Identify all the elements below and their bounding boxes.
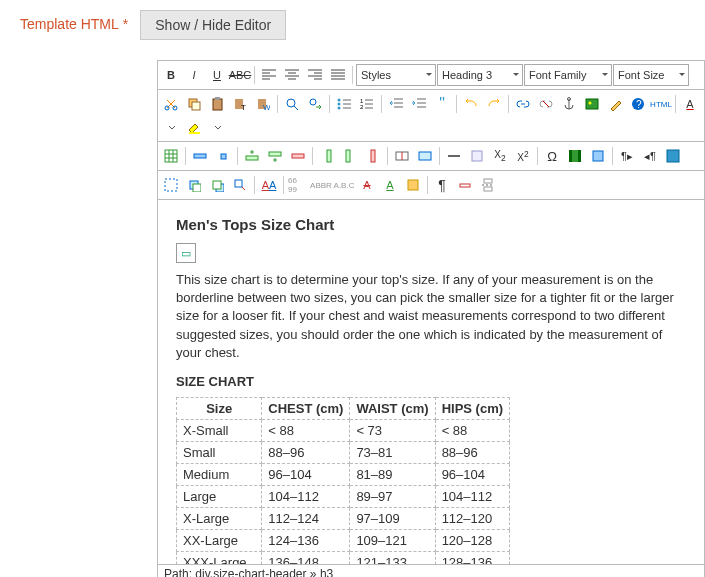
remove-format-icon[interactable] xyxy=(466,145,488,167)
row-delete-icon[interactable] xyxy=(287,145,309,167)
media-icon[interactable] xyxy=(564,145,586,167)
table-header: Size xyxy=(177,397,262,419)
help-icon[interactable]: ? xyxy=(627,93,649,115)
font-size-select[interactable]: Font Size xyxy=(613,64,689,86)
svg-point-1 xyxy=(173,106,177,110)
ins-icon[interactable]: A xyxy=(379,174,401,196)
svg-text:W: W xyxy=(263,103,270,111)
svg-point-11 xyxy=(310,99,316,105)
row-props-icon[interactable] xyxy=(189,145,211,167)
forecolor-arrow-icon[interactable] xyxy=(160,116,182,138)
sup-icon[interactable]: X2 xyxy=(512,145,534,167)
svg-text:T: T xyxy=(241,103,246,111)
del-icon[interactable]: A xyxy=(356,174,378,196)
html-icon[interactable]: HTML xyxy=(650,93,672,115)
col-before-icon[interactable] xyxy=(316,145,338,167)
svg-text:2: 2 xyxy=(360,104,364,110)
svg-rect-24 xyxy=(194,154,206,158)
backcolor-arrow-icon[interactable] xyxy=(206,116,228,138)
paste-word-icon[interactable]: W xyxy=(252,93,274,115)
visualchars-icon[interactable]: ¶ xyxy=(431,174,453,196)
align-center-icon[interactable] xyxy=(281,64,303,86)
blockquote-icon[interactable]: " xyxy=(431,93,453,115)
font-family-select[interactable]: Font Family xyxy=(524,64,612,86)
col-delete-icon[interactable] xyxy=(362,145,384,167)
outdent-icon[interactable] xyxy=(385,93,407,115)
sub-icon[interactable]: X2 xyxy=(489,145,511,167)
underline-icon[interactable]: U xyxy=(206,64,228,86)
svg-point-14 xyxy=(338,107,341,110)
attribs-icon[interactable] xyxy=(402,174,424,196)
copy-icon[interactable] xyxy=(183,93,205,115)
editor-path[interactable]: Path: div.size-chart-header » h3 xyxy=(157,565,705,577)
table-row: Medium96–10481–8996–104 xyxy=(177,463,510,485)
styleprops-icon[interactable]: AA xyxy=(258,174,280,196)
acronym-icon[interactable]: A.B.C xyxy=(333,174,355,196)
cut-icon[interactable] xyxy=(160,93,182,115)
nbsp-icon[interactable] xyxy=(454,174,476,196)
align-left-icon[interactable] xyxy=(258,64,280,86)
show-hide-editor-button[interactable]: Show / Hide Editor xyxy=(140,10,286,40)
row-before-icon[interactable] xyxy=(241,145,263,167)
svg-text:1: 1 xyxy=(360,98,364,104)
svg-rect-45 xyxy=(213,181,221,189)
broken-image-icon: ▭ xyxy=(176,243,196,263)
table-row: X-Small< 88< 73< 88 xyxy=(177,419,510,441)
image-icon[interactable] xyxy=(581,93,603,115)
layer-abs-icon[interactable] xyxy=(229,174,251,196)
split-cells-icon[interactable] xyxy=(391,145,413,167)
forecolor-icon[interactable]: A xyxy=(679,93,701,115)
svg-rect-32 xyxy=(396,152,408,160)
charmap-icon[interactable]: Ω xyxy=(541,145,563,167)
layer-forward-icon[interactable] xyxy=(183,174,205,196)
align-right-icon[interactable] xyxy=(304,64,326,86)
svg-rect-3 xyxy=(192,102,200,110)
strikethrough-icon[interactable]: ABC xyxy=(229,64,251,86)
number-list-icon[interactable]: 12 xyxy=(356,93,378,115)
styles-select[interactable]: Styles xyxy=(356,64,436,86)
anchor-icon[interactable] xyxy=(558,93,580,115)
redo-icon[interactable] xyxy=(483,93,505,115)
link-icon[interactable] xyxy=(512,93,534,115)
rtl-icon[interactable]: ◂¶ xyxy=(639,145,661,167)
align-justify-icon[interactable] xyxy=(327,64,349,86)
find-icon[interactable] xyxy=(281,93,303,115)
cite-icon[interactable]: 66 99 xyxy=(287,174,309,196)
bold-icon[interactable]: B xyxy=(160,64,182,86)
widget-icon[interactable] xyxy=(587,145,609,167)
hr-icon[interactable] xyxy=(443,145,465,167)
unlink-icon[interactable] xyxy=(535,93,557,115)
abbr-icon[interactable]: ABBR xyxy=(310,174,332,196)
layer-back-icon[interactable] xyxy=(206,174,228,196)
italic-icon[interactable]: I xyxy=(183,64,205,86)
svg-text:?: ? xyxy=(636,99,642,110)
indent-icon[interactable] xyxy=(408,93,430,115)
svg-rect-50 xyxy=(484,187,492,191)
col-after-icon[interactable] xyxy=(339,145,361,167)
svg-rect-41 xyxy=(165,179,177,191)
table-icon[interactable] xyxy=(160,145,182,167)
layer-icon[interactable] xyxy=(160,174,182,196)
cell-props-icon[interactable] xyxy=(212,145,234,167)
cleanup-icon[interactable] xyxy=(604,93,626,115)
replace-icon[interactable] xyxy=(304,93,326,115)
paste-text-icon[interactable]: T xyxy=(229,93,251,115)
svg-rect-43 xyxy=(193,184,201,192)
editor-content[interactable]: Men's Tops Size Chart ▭ This size chart … xyxy=(157,199,705,565)
svg-rect-29 xyxy=(327,150,331,162)
backcolor-icon[interactable] xyxy=(183,116,205,138)
bullet-list-icon[interactable] xyxy=(333,93,355,115)
merge-cells-icon[interactable] xyxy=(414,145,436,167)
undo-icon[interactable] xyxy=(460,93,482,115)
fullscreen-icon[interactable] xyxy=(662,145,684,167)
pagebreak-icon[interactable] xyxy=(477,174,499,196)
row-after-icon[interactable] xyxy=(264,145,286,167)
svg-rect-42 xyxy=(190,181,198,189)
table-row: Large104–11289–97104–112 xyxy=(177,485,510,507)
svg-rect-6 xyxy=(235,99,243,109)
svg-point-20 xyxy=(632,98,644,110)
format-select[interactable]: Heading 3 xyxy=(437,64,523,86)
size-chart-table: SizeCHEST (cm)WAIST (cm)HIPS (cm) X-Smal… xyxy=(176,397,510,565)
ltr-icon[interactable]: ¶▸ xyxy=(616,145,638,167)
paste-icon[interactable] xyxy=(206,93,228,115)
